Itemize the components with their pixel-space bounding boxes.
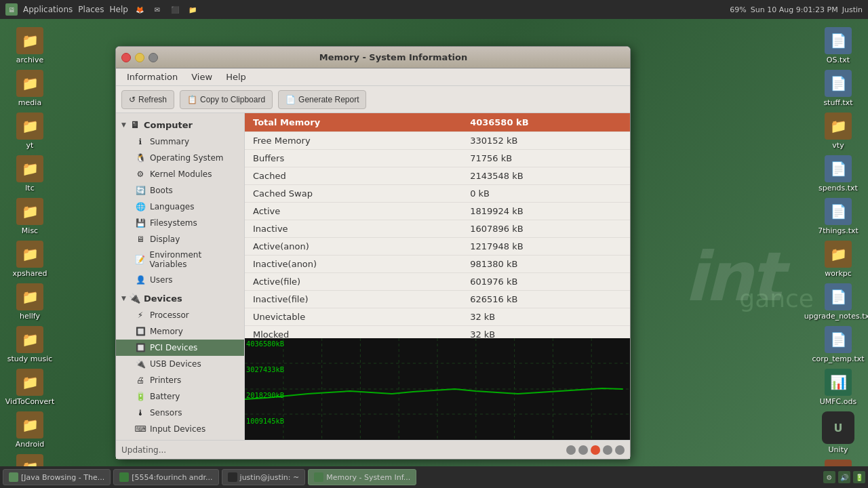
table-row-free-memory: Free Memory 330152 kB <box>245 132 630 150</box>
desktop-icon-archive[interactable]: 📁 archive <box>5 27 54 64</box>
folder-icon: 📁 <box>16 198 43 225</box>
desktop-icon-android[interactable]: 📁 Android <box>5 411 54 449</box>
status-text: Updating... <box>121 445 166 455</box>
terminal-icon: ⬛ <box>169 3 181 16</box>
taskbar-btn-terminal[interactable]: justin@justin: ~ <box>222 469 306 485</box>
memory-data-table: Total Memory 4036580 kB Free Memory 3301… <box>245 113 630 338</box>
desktop-icon-umfc-ods[interactable]: 📊 UMFC.ods <box>814 369 863 406</box>
menu-view[interactable]: View <box>186 70 218 83</box>
inactive-file-label: Inactive(file) <box>245 291 462 308</box>
desktop-icon-hellfy[interactable]: 📁 hellfy <box>5 283 54 321</box>
taskbar-btn-java[interactable]: [Java Browsing - The... <box>3 469 111 485</box>
desktop-icon-os-txt[interactable]: 📄 OS.txt <box>814 27 863 64</box>
desktop-icon-spends[interactable]: 📄 spends.txt <box>814 155 863 192</box>
desktop-icon-workpc[interactable]: 📁 workpc <box>814 241 863 278</box>
text-file-icon: 📄 <box>825 283 852 310</box>
desktop-icon-corp-temp[interactable]: 📄 corp_temp.txt <box>814 326 863 363</box>
icon-label: VidToConvert <box>5 397 54 406</box>
taskbar-top-right: 69% Sun 10 Aug 9:01:23 PM Justin <box>724 5 868 14</box>
devices-icon: 🔌 <box>129 292 141 304</box>
desktop-icons-left: 📁 archive 📁 media 📁 yt 📁 ltc 📁 Misc 📁 xp… <box>5 27 54 488</box>
usb-icon: 🔌 <box>135 359 146 369</box>
table-row-cached: Cached 2143548 kB <box>245 167 630 185</box>
window-menubar: Information View Help <box>116 68 630 86</box>
sidebar-item-languages[interactable]: 🌐 Languages <box>116 199 244 215</box>
sidebar-item-summary[interactable]: ℹ Summary <box>116 134 244 150</box>
menu-help[interactable]: Help <box>220 70 252 83</box>
apps-icon[interactable]: 🖥 <box>5 3 18 16</box>
sidebar-item-battery[interactable]: 🔋 Battery <box>116 388 244 405</box>
input-icon: ⌨ <box>135 424 146 434</box>
sidebar-item-pci-devices[interactable]: 🔲 PCI Devices <box>116 340 244 356</box>
memory-graph-svg: 4036580kB 3027433kB 2018290kB 1009145kB <box>245 338 630 440</box>
table-row-inactive-anon: Inactive(anon) 981380 kB <box>245 256 630 273</box>
env-label: Environment Variables <box>150 250 239 269</box>
sidebar-item-os[interactable]: 🐧 Operating System <box>116 150 244 166</box>
filesystems-icon: 💾 <box>135 218 146 228</box>
table-row-active: Active 1819924 kB <box>245 203 630 220</box>
menu-information[interactable]: Information <box>121 70 183 83</box>
desktop-icon-media[interactable]: 📁 media <box>5 70 54 107</box>
desktop-icon-vidtoconvert[interactable]: 📁 VidToConvert <box>5 369 54 406</box>
desktop-icon-stuff-txt[interactable]: 📄 stuff.txt <box>814 70 863 107</box>
refresh-button[interactable]: ↺ Refresh <box>121 90 174 109</box>
desktop-icon-ltc[interactable]: 📁 ltc <box>5 155 54 192</box>
sidebar-item-usb-devices[interactable]: 🔌 USB Devices <box>116 356 244 372</box>
spreadsheet-icon: 📊 <box>825 369 852 396</box>
sidebar-item-input-devices[interactable]: ⌨ Input Devices <box>116 421 244 437</box>
taskbar-btn-sysinfo[interactable]: Memory - System Inf... <box>308 469 416 485</box>
sidebar-item-boots[interactable]: 🔄 Boots <box>116 182 244 199</box>
close-button[interactable] <box>121 53 131 62</box>
inactive-anon-value: 981380 kB <box>462 256 630 273</box>
desktop-icon-xpshared[interactable]: 📁 xpshared <box>5 241 54 278</box>
sidebar-item-env-vars[interactable]: 📝 Environment Variables <box>116 247 244 272</box>
text-file-icon: 📄 <box>825 27 852 54</box>
table-row-buffers: Buffers 71756 kB <box>245 150 630 167</box>
computer-section: ▼ 🖥 Computer ℹ Summary 🐧 Operating Syste… <box>116 116 244 288</box>
icon-label: archive <box>16 56 43 64</box>
taskbar-btn-android[interactable]: [5554:fourinch andr... <box>113 469 218 485</box>
unevictable-label: Unevictable <box>245 308 462 326</box>
minimize-button[interactable] <box>135 53 144 62</box>
sidebar-item-printers[interactable]: 🖨 Printers <box>116 372 244 388</box>
computer-header[interactable]: ▼ 🖥 Computer <box>116 116 244 134</box>
sidebar-item-processor[interactable]: ⚡ Processor <box>116 307 244 323</box>
window-toolbar: ↺ Refresh 📋 Copy to Clipboard 📄 Generate… <box>116 86 630 113</box>
icon-label: hellfy <box>20 312 40 321</box>
generate-report-button[interactable]: 📄 Generate Report <box>278 90 366 109</box>
refresh-label: Refresh <box>138 95 167 104</box>
menu-applications[interactable]: Applications <box>23 5 73 14</box>
desktop-icon-7things[interactable]: 📄 7things.txt <box>814 198 863 235</box>
sidebar-item-display[interactable]: 🖥 Display <box>116 231 244 247</box>
taskbar-sys-icon-2: 🔊 <box>838 471 850 483</box>
menu-help[interactable]: Help <box>109 5 127 14</box>
desktop-icon-upgrade-notes[interactable]: 📄 upgrade_notes.txt <box>814 283 863 321</box>
desktop-icon-yt[interactable]: 📁 yt <box>5 113 54 150</box>
maximize-button[interactable] <box>149 53 158 62</box>
os-label: Operating System <box>150 153 224 163</box>
icon-label: corp_temp.txt <box>812 354 864 363</box>
taskbar-sysinfo-label: Memory - System Inf... <box>326 473 410 482</box>
sidebar-item-memory[interactable]: 🔲 Memory <box>116 323 244 340</box>
icon-label: 7things.txt <box>818 226 859 235</box>
folder-icon: 📁 <box>16 27 43 54</box>
desktop-icon-study-music[interactable]: 📁 study music <box>5 326 54 363</box>
sidebar-item-sensors[interactable]: 🌡 Sensors <box>116 405 244 421</box>
desktop-icon-misc[interactable]: 📁 Misc <box>5 198 54 235</box>
sidebar-item-kernel[interactable]: ⚙ Kernel Modules <box>116 166 244 182</box>
sidebar-item-filesystems[interactable]: 💾 Filesystems <box>116 215 244 231</box>
memory-icon: 🔲 <box>135 326 146 337</box>
taskbar-bottom: [Java Browsing - The... [5554:fourinch a… <box>0 466 868 488</box>
sidebar-item-users[interactable]: 👤 Users <box>116 272 244 288</box>
text-file-icon: 📄 <box>825 326 852 353</box>
kernel-icon: ⚙ <box>135 169 146 180</box>
copy-clipboard-button[interactable]: 📋 Copy to Clipboard <box>180 90 273 109</box>
progress-dot-5 <box>615 445 625 455</box>
devices-header[interactable]: ▼ 🔌 Devices <box>116 289 244 307</box>
menu-places[interactable]: Places <box>78 5 104 14</box>
desktop-icon-vty[interactable]: 📁 vty <box>814 113 863 150</box>
battery-label: Battery <box>150 392 180 401</box>
folder-icon: 📁 <box>825 241 852 268</box>
desktop-icon-unity[interactable]: U Unity <box>814 411 863 454</box>
icon-label: vty <box>832 141 844 150</box>
